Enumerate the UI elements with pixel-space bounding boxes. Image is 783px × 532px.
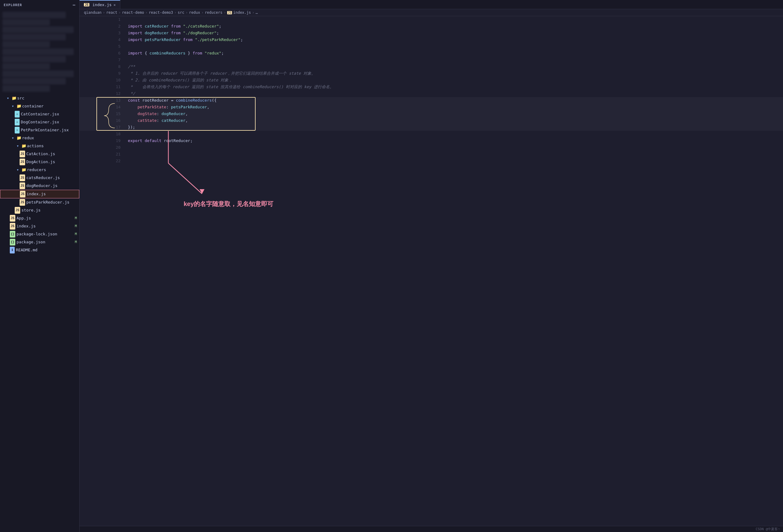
container-label: container [22,103,79,109]
sidebar-item-rootindexjs[interactable]: JS index.js M [0,222,79,230]
sidebar-item-src[interactable]: ▾ 📁 src [0,94,79,102]
sidebar-item-cataction[interactable]: JS CatAction.js [0,150,79,158]
line-content: petParkState: petsParkReducer, [125,104,783,111]
folder-icon: 📁 [16,103,22,109]
sidebar-item-container[interactable]: ▾ 📁 container [0,102,79,110]
folder-icon: 📁 [21,143,27,149]
line-content: }); [125,124,783,131]
breadcrumb-sep: › [174,10,176,15]
sidebar-item-indexjs[interactable]: JS index.js [0,190,79,198]
sidebar-item-dogcontainer[interactable]: ⚛ DogContainer.jsx [0,118,79,126]
js-badge: JS [10,223,15,229]
reducers-label: reducers [27,166,79,173]
sidebar-item-dogreducer[interactable]: JS dogReducer.js [0,182,79,190]
js-badge: JS [10,215,15,222]
line-content [125,16,783,23]
chevron-down-icon: ▾ [15,143,21,149]
line-content: /** [125,63,783,70]
table-row: 17 }); [80,124,783,131]
petsparkreducer-label: petsParkReducer.js [26,199,79,206]
blurred-section [0,10,79,94]
breadcrumb-indexjs: index.js [233,10,251,15]
modified-badge: M [75,215,77,222]
line-number: 2 [80,23,125,30]
editor-area: JS index.js ✕ qianduan › react › react-d… [80,0,783,532]
redux-label: redux [22,135,79,142]
sidebar-item-catsreducer[interactable]: JS catsReducer.js [0,174,79,182]
more-icon[interactable]: ⋯ [73,2,75,7]
line-content [125,131,783,137]
watermark: CSDN @中夏客~ [756,527,780,531]
line-content: catState: catReducer, [125,117,783,124]
breadcrumb-react-demo: react-demo [122,10,144,15]
breadcrumb-reducers: reducers [205,10,222,15]
tab-indexjs[interactable]: JS index.js ✕ [80,0,120,9]
line-content: const rootReducer = combineReducers({ [125,97,783,104]
line-number: 17 [80,124,125,131]
table-row: 1 [80,16,783,23]
code-editor[interactable]: 1 2 import catReducer from "./catsReduce… [80,16,783,526]
jsx-badge: ⚛ [15,111,20,118]
table-row: 12 */ [80,90,783,97]
breadcrumb-sep: › [252,10,254,15]
sidebar-item-packagejson[interactable]: {} package.json M [0,238,79,246]
sidebar-item-actions[interactable]: ▾ 📁 actions [0,142,79,150]
breadcrumb-ellipsis: … [256,10,258,15]
sidebar-item-dogaction[interactable]: JS DogAction.js [0,158,79,166]
chevron-down-icon: ▾ [10,135,16,142]
line-content: dogState: dogReducer, [125,111,783,117]
table-row: 22 [80,158,783,164]
tab-js-badge: JS [84,3,89,6]
blurred-item-10 [2,78,66,85]
tab-close-button[interactable]: ✕ [114,3,116,7]
breadcrumb: qianduan › react › react-demo › react-de… [80,9,783,16]
storejs-label: store.js [22,207,79,214]
line-number: 6 [80,50,125,57]
sidebar-item-petsparkreducer[interactable]: JS petsParkReducer.js [0,198,79,206]
sidebar-item-petparkcontainer[interactable]: ⚛ PetParkContainer.jsx [0,126,79,134]
src-label: src [17,95,79,102]
line-content: import catReducer from "./catsReducer"; [125,23,783,30]
sidebar-header-icons: ⋯ [73,2,75,7]
breadcrumb-react: react [106,10,117,15]
md-badge: ℹ [10,247,15,253]
table-row: 6 import { combineReducers } from "redux… [80,50,783,57]
table-row: 19 export default rootReducer; [80,137,783,144]
line-number: 19 [80,137,125,144]
sidebar-item-readme[interactable]: ℹ README.md [0,246,79,254]
tab-bar: JS index.js ✕ [80,0,783,9]
table-row: 2 import catReducer from "./catsReducer"… [80,23,783,30]
line-number: 14 [80,104,125,111]
js-badge: JS [20,159,25,165]
js-badge: JS [15,207,20,214]
modified-badge: M [75,231,77,238]
sidebar-item-reducers[interactable]: ▾ 📁 reducers [0,166,79,174]
line-number: 9 [80,70,125,77]
rootindexjs-label: index.js [17,223,75,229]
breadcrumb-sep: › [103,10,105,15]
line-content: import { combineReducers } from "redux"; [125,50,783,57]
sidebar-item-redux[interactable]: ▾ 📁 redux [0,134,79,142]
line-content: import petsParkReducer from "./petsParkR… [125,36,783,43]
line-number: 3 [80,30,125,36]
svg-line-1 [168,163,202,194]
line-number: 18 [80,131,125,137]
sidebar-item-packagelock[interactable]: {} package-lock.json M [0,230,79,238]
sidebar-item-appjs[interactable]: JS App.js M [0,214,79,222]
line-number: 21 [80,151,125,158]
table-row: 5 [80,43,783,50]
line-content: import dogReducer from "./dogReducer"; [125,30,783,36]
js-badge: JS [20,175,25,181]
table-row: 10 * 2. 由 combineReducers() 返回的 state 对象… [80,77,783,84]
packagelock-label: package-lock.json [17,231,75,238]
sidebar-item-catcontainer[interactable]: ⚛ CatContainer.jsx [0,110,79,118]
table-row: 9 * 1. 合并后的 reducer 可以调用各个子 reducer，并把它们… [80,70,783,77]
catsreducer-label: catsReducer.js [26,175,79,181]
readme-label: README.md [16,247,79,253]
line-number: 5 [80,43,125,50]
line-number: 7 [80,57,125,63]
breadcrumb-qianduan: qianduan [84,10,102,15]
table-row: 20 [80,144,783,151]
breadcrumb-sep: › [119,10,121,15]
sidebar-item-storejs[interactable]: JS store.js [0,206,79,214]
